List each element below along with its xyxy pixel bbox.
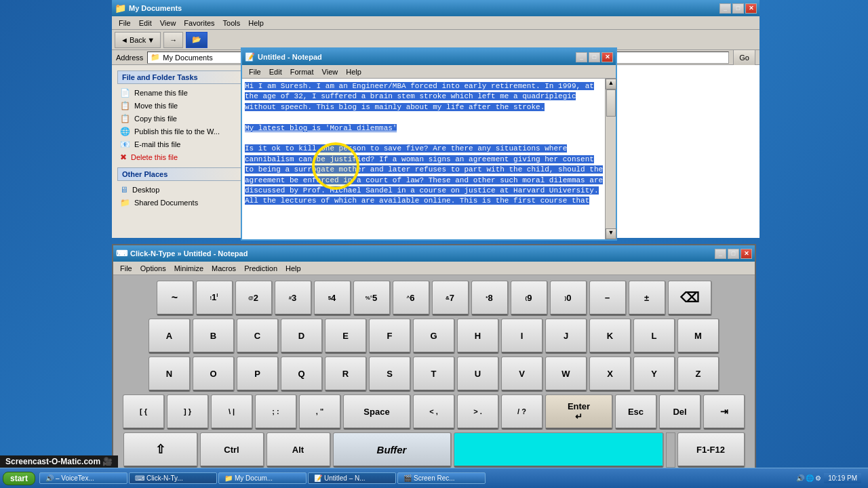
cnt-menu-help[interactable]: Help (281, 264, 305, 273)
key-A[interactable]: A (149, 319, 191, 354)
explorer-menu-help[interactable]: Help (244, 18, 268, 28)
key-comma[interactable]: , " (299, 394, 341, 430)
shared-docs-item[interactable]: 📁 Shared Documents (117, 197, 241, 209)
key-2[interactable]: @ 2 (235, 281, 273, 316)
notepad-minimize-btn[interactable]: _ (576, 52, 587, 62)
key-K[interactable]: K (589, 319, 631, 354)
key-3[interactable]: # 3 (275, 281, 312, 316)
key-ctrl[interactable]: Ctrl (200, 432, 264, 468)
key-shift[interactable]: ⇧ (123, 432, 198, 468)
notepad-maximize-btn[interactable]: □ (589, 52, 600, 62)
notepad-menu-view[interactable]: View (318, 67, 342, 77)
key-P[interactable]: P (237, 357, 279, 392)
explorer-menu-file[interactable]: File (115, 18, 135, 28)
taskbar-cnt[interactable]: ⌨ Click-N-Ty... (129, 472, 217, 484)
key-alt[interactable]: Alt (267, 432, 331, 468)
key-backslash[interactable]: \ | (211, 394, 253, 430)
taskbar-screenrec[interactable]: 🎬 Screen Rec... (397, 472, 486, 484)
key-Z[interactable]: Z (677, 357, 719, 392)
notepad-menu-file[interactable]: File (245, 67, 265, 77)
key-E[interactable]: E (325, 319, 367, 354)
key-6[interactable]: ^ 6 (393, 281, 430, 316)
key-I[interactable]: I (501, 319, 543, 354)
notepad-menu-edit[interactable]: Edit (265, 67, 286, 77)
cnt-menu-macros[interactable]: Macros (208, 264, 240, 273)
key-X[interactable]: X (589, 357, 631, 392)
cnt-menu-minimize[interactable]: Minimize (170, 264, 208, 273)
key-bracket-open[interactable]: [ { (123, 394, 165, 430)
key-O[interactable]: O (193, 357, 235, 392)
start-button[interactable]: start (3, 472, 35, 485)
cnt-menu-prediction[interactable]: Prediction (240, 264, 281, 273)
key-L[interactable]: L (633, 319, 675, 354)
key-N[interactable]: N (149, 357, 191, 392)
key-D[interactable]: D (281, 319, 323, 354)
key-M[interactable]: M (677, 319, 719, 354)
key-plusminus[interactable]: ± (629, 281, 666, 316)
key-5[interactable]: %° 5 (353, 281, 391, 316)
cnt-menu-options[interactable]: Options (136, 264, 170, 273)
file-tasks-header[interactable]: File and Folder Tasks (117, 70, 241, 84)
go-button[interactable]: Go (733, 49, 755, 66)
key-cyan-bar[interactable] (454, 432, 664, 468)
key-minus[interactable]: − (589, 281, 627, 316)
explorer-menu-edit[interactable]: Edit (135, 18, 156, 28)
key-9[interactable]: ( 9 (511, 281, 548, 316)
notepad-menu-help[interactable]: Help (342, 67, 366, 77)
key-8[interactable]: * 8 (471, 281, 509, 316)
forward-button[interactable]: → (163, 32, 183, 48)
key-S[interactable]: S (369, 357, 411, 392)
cnt-maximize-btn[interactable]: □ (728, 249, 739, 259)
explorer-menu-tools[interactable]: Tools (219, 18, 245, 28)
key-T[interactable]: T (413, 357, 455, 392)
key-backspace[interactable]: ⌫ (668, 281, 712, 316)
move-file-item[interactable]: 📋 Move this file (117, 100, 241, 112)
key-buffer[interactable]: Buffer (333, 432, 452, 468)
explorer-close-btn[interactable]: ✕ (745, 3, 757, 14)
key-semicolon[interactable]: ; : (255, 394, 297, 430)
email-file-item[interactable]: 📧 E-mail this file (117, 138, 241, 150)
cnt-scrollbar[interactable] (666, 432, 675, 468)
explorer-menu-favorites[interactable]: Favorites (180, 18, 218, 28)
key-enter[interactable]: Enter↵ (545, 394, 613, 430)
explorer-minimize-btn[interactable]: _ (719, 3, 731, 14)
key-4[interactable]: $ 4 (314, 281, 351, 316)
key-del[interactable]: Del (659, 394, 701, 430)
key-J[interactable]: J (545, 319, 587, 354)
key-0[interactable]: ) 0 (550, 281, 587, 316)
key-Y[interactable]: Y (633, 357, 675, 392)
back-button[interactable]: ◄ Back ▼ (115, 32, 161, 48)
explorer-menu-view[interactable]: View (156, 18, 180, 28)
key-tilde[interactable]: ~ (157, 281, 194, 316)
key-W[interactable]: W (545, 357, 587, 392)
scroll-down-btn[interactable]: ▼ (606, 228, 616, 239)
cnt-close-btn[interactable]: ✕ (741, 249, 752, 259)
key-1[interactable]: ! 1l (196, 281, 233, 316)
publish-file-item[interactable]: 🌐 Publish this file to the W... (117, 125, 241, 138)
notepad-close-btn[interactable]: ✕ (601, 52, 613, 62)
key-esc[interactable]: Esc (615, 394, 657, 430)
taskbar-voicetext[interactable]: 🔊 – VoiceTex... (39, 472, 127, 484)
key-f1f12[interactable]: F1-F12 (677, 432, 745, 468)
key-B[interactable]: B (193, 319, 235, 354)
key-7[interactable]: & 7 (432, 281, 469, 316)
explorer-maximize-btn[interactable]: □ (732, 3, 744, 14)
key-space[interactable]: Space (343, 394, 411, 430)
notepad-content[interactable]: Hi I am Suresh. I am an Engineer/MBA for… (242, 79, 616, 205)
key-tab[interactable]: ⇥ (703, 394, 745, 430)
key-H[interactable]: H (457, 319, 499, 354)
folders-button[interactable]: 📂 (186, 32, 208, 48)
notepad-scrollbar[interactable]: ▲ ▼ (605, 79, 616, 239)
key-V[interactable]: V (501, 357, 543, 392)
notepad-menu-format[interactable]: Format (286, 67, 318, 77)
key-lt[interactable]: < , (413, 394, 455, 430)
scroll-up-btn[interactable]: ▲ (606, 79, 616, 89)
delete-file-item[interactable]: ✖ Delete this file (117, 151, 241, 163)
taskbar-mydocs[interactable]: 📁 My Docum... (218, 472, 307, 484)
other-places-header[interactable]: Other Places (117, 167, 241, 181)
cnt-minimize-btn[interactable]: _ (715, 249, 726, 259)
cnt-menu-file[interactable]: File (116, 264, 136, 273)
key-C[interactable]: C (237, 319, 279, 354)
key-F[interactable]: F (369, 319, 411, 354)
key-gt[interactable]: > . (457, 394, 499, 430)
